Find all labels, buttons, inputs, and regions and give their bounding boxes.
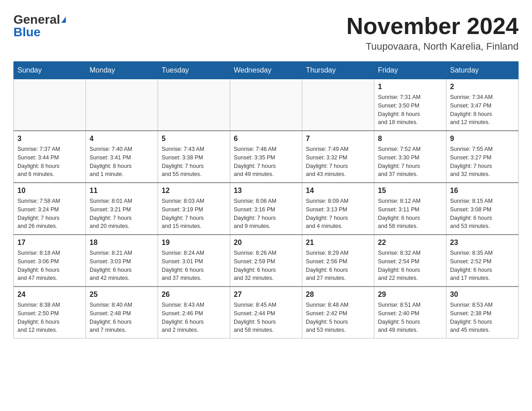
day-info: Sunrise: 8:48 AMSunset: 2:42 PMDaylight:…	[306, 301, 370, 334]
logo-triangle-icon	[61, 17, 66, 23]
day-info: Sunrise: 8:18 AMSunset: 3:06 PMDaylight:…	[17, 249, 82, 283]
calendar-cell: 30Sunrise: 8:53 AMSunset: 2:38 PMDayligh…	[446, 287, 519, 338]
day-number: 4	[90, 135, 154, 143]
day-number: 28	[306, 291, 370, 299]
day-info: Sunrise: 8:15 AMSunset: 3:08 PMDaylight:…	[450, 197, 515, 231]
calendar-cell: 21Sunrise: 8:29 AMSunset: 2:56 PMDayligh…	[302, 235, 374, 287]
day-info: Sunrise: 8:26 AMSunset: 2:59 PMDaylight:…	[234, 249, 298, 283]
day-info: Sunrise: 8:38 AMSunset: 2:50 PMDaylight:…	[17, 301, 82, 334]
day-info: Sunrise: 8:43 AMSunset: 2:46 PMDaylight:…	[162, 301, 226, 334]
day-info: Sunrise: 8:24 AMSunset: 3:01 PMDaylight:…	[162, 249, 226, 283]
day-info: Sunrise: 7:31 AMSunset: 3:50 PMDaylight:…	[378, 93, 442, 127]
logo: General Blue	[13, 13, 66, 39]
calendar-cell: 19Sunrise: 8:24 AMSunset: 3:01 PMDayligh…	[158, 235, 230, 287]
day-info: Sunrise: 7:37 AMSunset: 3:44 PMDaylight:…	[17, 145, 82, 179]
day-info: Sunrise: 8:09 AMSunset: 3:13 PMDaylight:…	[306, 197, 370, 231]
logo-general-text: General	[13, 13, 60, 26]
day-number: 18	[90, 239, 154, 247]
day-number: 1	[378, 83, 442, 91]
logo-blue-text: Blue	[13, 26, 41, 39]
day-number: 10	[17, 187, 82, 195]
calendar-cell: 14Sunrise: 8:09 AMSunset: 3:13 PMDayligh…	[302, 183, 374, 235]
calendar-header-row: Sunday Monday Tuesday Wednesday Thursday…	[14, 62, 519, 79]
calendar-cell: 20Sunrise: 8:26 AMSunset: 2:59 PMDayligh…	[230, 235, 302, 287]
col-wednesday: Wednesday	[230, 62, 302, 79]
day-number: 22	[378, 239, 442, 247]
calendar-cell	[158, 79, 230, 131]
title-section: November 2024 Tuupovaara, North Karelia,…	[347, 13, 519, 52]
day-info: Sunrise: 8:12 AMSunset: 3:11 PMDaylight:…	[378, 197, 442, 231]
calendar-cell: 6Sunrise: 7:46 AMSunset: 3:35 PMDaylight…	[230, 131, 302, 183]
month-title: November 2024	[347, 13, 519, 39]
week-row-3: 10Sunrise: 7:58 AMSunset: 3:24 PMDayligh…	[14, 183, 519, 235]
day-info: Sunrise: 8:01 AMSunset: 3:21 PMDaylight:…	[90, 197, 154, 231]
day-info: Sunrise: 8:40 AMSunset: 2:48 PMDaylight:…	[90, 301, 154, 334]
calendar-cell: 2Sunrise: 7:34 AMSunset: 3:47 PMDaylight…	[446, 79, 519, 131]
day-number: 19	[162, 239, 226, 247]
day-info: Sunrise: 7:43 AMSunset: 3:38 PMDaylight:…	[162, 145, 226, 179]
calendar-cell	[302, 79, 374, 131]
day-info: Sunrise: 8:29 AMSunset: 2:56 PMDaylight:…	[306, 249, 370, 283]
calendar-cell: 16Sunrise: 8:15 AMSunset: 3:08 PMDayligh…	[446, 183, 519, 235]
col-saturday: Saturday	[446, 62, 519, 79]
day-number: 2	[450, 83, 515, 91]
day-number: 20	[234, 239, 298, 247]
col-tuesday: Tuesday	[158, 62, 230, 79]
calendar-cell: 24Sunrise: 8:38 AMSunset: 2:50 PMDayligh…	[14, 287, 86, 338]
calendar-cell: 11Sunrise: 8:01 AMSunset: 3:21 PMDayligh…	[86, 183, 158, 235]
calendar-cell: 28Sunrise: 8:48 AMSunset: 2:42 PMDayligh…	[302, 287, 374, 338]
calendar-cell: 8Sunrise: 7:52 AMSunset: 3:30 PMDaylight…	[374, 131, 446, 183]
calendar-table: Sunday Monday Tuesday Wednesday Thursday…	[13, 61, 519, 338]
day-info: Sunrise: 7:34 AMSunset: 3:47 PMDaylight:…	[450, 93, 515, 127]
calendar-cell: 13Sunrise: 8:06 AMSunset: 3:16 PMDayligh…	[230, 183, 302, 235]
calendar-cell: 4Sunrise: 7:40 AMSunset: 3:41 PMDaylight…	[86, 131, 158, 183]
day-number: 6	[234, 135, 298, 143]
day-info: Sunrise: 8:21 AMSunset: 3:03 PMDaylight:…	[90, 249, 154, 283]
col-thursday: Thursday	[302, 62, 374, 79]
day-number: 23	[450, 239, 515, 247]
day-number: 9	[450, 135, 515, 143]
calendar-cell: 9Sunrise: 7:55 AMSunset: 3:27 PMDaylight…	[446, 131, 519, 183]
week-row-4: 17Sunrise: 8:18 AMSunset: 3:06 PMDayligh…	[14, 235, 519, 287]
day-info: Sunrise: 7:46 AMSunset: 3:35 PMDaylight:…	[234, 145, 298, 179]
calendar-cell: 27Sunrise: 8:45 AMSunset: 2:44 PMDayligh…	[230, 287, 302, 338]
day-number: 17	[17, 239, 82, 247]
day-number: 25	[90, 291, 154, 299]
calendar-cell	[86, 79, 158, 131]
day-info: Sunrise: 7:52 AMSunset: 3:30 PMDaylight:…	[378, 145, 442, 179]
day-number: 26	[162, 291, 226, 299]
calendar-cell: 26Sunrise: 8:43 AMSunset: 2:46 PMDayligh…	[158, 287, 230, 338]
calendar-cell	[14, 79, 86, 131]
calendar-cell: 7Sunrise: 7:49 AMSunset: 3:32 PMDaylight…	[302, 131, 374, 183]
day-number: 21	[306, 239, 370, 247]
col-friday: Friday	[374, 62, 446, 79]
day-info: Sunrise: 8:35 AMSunset: 2:52 PMDaylight:…	[450, 249, 515, 283]
day-number: 13	[234, 187, 298, 195]
day-number: 11	[90, 187, 154, 195]
day-number: 14	[306, 187, 370, 195]
calendar-cell: 1Sunrise: 7:31 AMSunset: 3:50 PMDaylight…	[374, 79, 446, 131]
day-info: Sunrise: 8:03 AMSunset: 3:19 PMDaylight:…	[162, 197, 226, 231]
col-sunday: Sunday	[14, 62, 86, 79]
day-info: Sunrise: 8:06 AMSunset: 3:16 PMDaylight:…	[234, 197, 298, 231]
page-header: General Blue November 2024 Tuupovaara, N…	[13, 13, 519, 52]
calendar-cell: 22Sunrise: 8:32 AMSunset: 2:54 PMDayligh…	[374, 235, 446, 287]
day-number: 30	[450, 291, 515, 299]
day-info: Sunrise: 8:32 AMSunset: 2:54 PMDaylight:…	[378, 249, 442, 283]
day-number: 7	[306, 135, 370, 143]
calendar-cell: 17Sunrise: 8:18 AMSunset: 3:06 PMDayligh…	[14, 235, 86, 287]
week-row-1: 1Sunrise: 7:31 AMSunset: 3:50 PMDaylight…	[14, 79, 519, 131]
day-info: Sunrise: 7:49 AMSunset: 3:32 PMDaylight:…	[306, 145, 370, 179]
calendar-cell: 23Sunrise: 8:35 AMSunset: 2:52 PMDayligh…	[446, 235, 519, 287]
day-number: 3	[17, 135, 82, 143]
calendar-cell: 29Sunrise: 8:51 AMSunset: 2:40 PMDayligh…	[374, 287, 446, 338]
calendar-cell: 25Sunrise: 8:40 AMSunset: 2:48 PMDayligh…	[86, 287, 158, 338]
day-info: Sunrise: 7:58 AMSunset: 3:24 PMDaylight:…	[17, 197, 82, 231]
calendar-cell: 18Sunrise: 8:21 AMSunset: 3:03 PMDayligh…	[86, 235, 158, 287]
day-number: 8	[378, 135, 442, 143]
day-info: Sunrise: 7:55 AMSunset: 3:27 PMDaylight:…	[450, 145, 515, 179]
day-number: 15	[378, 187, 442, 195]
calendar-cell: 3Sunrise: 7:37 AMSunset: 3:44 PMDaylight…	[14, 131, 86, 183]
week-row-5: 24Sunrise: 8:38 AMSunset: 2:50 PMDayligh…	[14, 287, 519, 338]
day-info: Sunrise: 8:53 AMSunset: 2:38 PMDaylight:…	[450, 301, 515, 334]
